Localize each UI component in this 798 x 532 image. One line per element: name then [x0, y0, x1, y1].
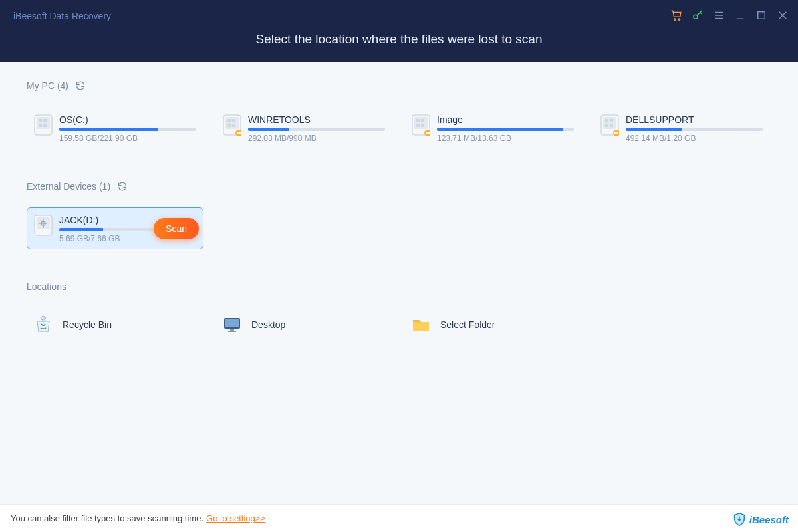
- recycle-icon: [33, 315, 53, 334]
- drive-usage-bar: [626, 128, 763, 131]
- footer-text: You can alse filter file types to save s…: [11, 513, 203, 523]
- svg-rect-20: [227, 124, 231, 127]
- refresh-my-pc-button[interactable]: [75, 80, 86, 91]
- svg-rect-29: [421, 124, 424, 127]
- cart-icon[interactable]: [670, 9, 682, 21]
- drive-card[interactable]: DELLSUPPORT 492.14 MB/1.20 GB: [593, 107, 770, 149]
- location-label: Select Folder: [440, 319, 495, 330]
- drive-body: OS(C:) 159.58 GB/221.90 GB: [59, 114, 196, 143]
- drive-size: 492.14 MB/1.20 GB: [626, 134, 763, 143]
- svg-rect-34: [605, 119, 608, 122]
- drive-card[interactable]: Image 123.71 MB/13.63 GB: [404, 107, 581, 149]
- minimize-icon[interactable]: [734, 9, 746, 21]
- svg-rect-18: [227, 119, 231, 122]
- svg-rect-47: [230, 329, 234, 331]
- hdd-icon: [412, 114, 430, 136]
- drive-name: Image: [437, 114, 574, 125]
- svg-rect-14: [39, 124, 42, 127]
- svg-rect-17: [225, 117, 239, 129]
- brand-logo: iBeesoft: [732, 512, 789, 527]
- maximize-icon[interactable]: [755, 9, 767, 21]
- drive-name: DELLSUPPORT: [626, 114, 763, 125]
- location-label: Desktop: [251, 319, 285, 330]
- hdd-icon: [600, 114, 619, 136]
- pc-drive-grid: OS(C:) 159.58 GB/221.90 GB WINRETOOLS 29…: [27, 107, 771, 149]
- svg-rect-26: [416, 119, 420, 122]
- svg-point-0: [674, 19, 676, 20]
- svg-rect-25: [414, 117, 428, 129]
- section-my-pc-header: My PC (4): [27, 80, 771, 91]
- section-locations-label: Locations: [27, 281, 66, 292]
- section-external-header: External Devices (1): [27, 181, 771, 192]
- svg-rect-27: [421, 119, 424, 122]
- app-title: iBeesoft Data Recovery: [13, 11, 111, 21]
- page-heading: Select the location where the files were…: [0, 0, 798, 47]
- drive-card[interactable]: WINRETOOLS 292.03 MB/990 MB: [215, 107, 392, 149]
- svg-rect-48: [228, 331, 236, 332]
- svg-rect-11: [37, 117, 50, 129]
- drive-card[interactable]: OS(C:) 159.58 GB/221.90 GB: [27, 107, 203, 149]
- svg-point-1: [678, 19, 680, 20]
- svg-rect-46: [225, 319, 239, 327]
- usb-drive-icon: [34, 215, 53, 236]
- drive-usage-bar: [248, 128, 385, 131]
- brand-text: iBeesoft: [749, 514, 789, 525]
- svg-rect-37: [610, 124, 613, 127]
- drive-size: 159.58 GB/221.90 GB: [59, 134, 196, 143]
- location-card[interactable]: Desktop: [215, 308, 392, 341]
- key-icon[interactable]: [692, 9, 704, 21]
- drive-size: 123.71 MB/13.63 GB: [437, 134, 574, 143]
- drive-name: WINRETOOLS: [248, 114, 385, 125]
- locations-grid: Recycle Bin Desktop Select Folder: [27, 308, 771, 341]
- svg-rect-36: [605, 124, 608, 127]
- drive-name: OS(C:): [59, 114, 196, 125]
- footer-bar: You can alse filter file types to save s…: [0, 504, 798, 532]
- close-icon[interactable]: [777, 9, 789, 21]
- drive-body: WINRETOOLS 292.03 MB/990 MB: [248, 114, 385, 143]
- svg-rect-13: [43, 119, 47, 122]
- refresh-external-button[interactable]: [117, 181, 128, 192]
- hdd-icon: [34, 114, 53, 136]
- location-label: Recycle Bin: [63, 319, 112, 330]
- window-controls: [670, 9, 789, 21]
- drive-body: DELLSUPPORT 492.14 MB/1.20 GB: [626, 114, 763, 143]
- svg-rect-28: [416, 124, 420, 127]
- hdd-icon: [223, 114, 241, 136]
- section-external-label: External Devices (1): [27, 181, 110, 192]
- drive-card[interactable]: JACK(D:) 5.69 GB/7.66 GB Scan: [27, 207, 203, 249]
- drive-usage-bar: [59, 128, 196, 131]
- menu-icon[interactable]: [713, 9, 725, 21]
- svg-rect-7: [758, 12, 765, 19]
- svg-rect-12: [39, 119, 42, 122]
- svg-rect-19: [232, 119, 235, 122]
- svg-rect-35: [610, 119, 613, 122]
- drive-size: 292.03 MB/990 MB: [248, 134, 385, 143]
- location-card[interactable]: Recycle Bin: [27, 308, 203, 341]
- svg-rect-21: [232, 124, 235, 127]
- section-my-pc-label: My PC (4): [27, 80, 68, 91]
- folder-icon: [411, 315, 431, 334]
- external-drive-grid: JACK(D:) 5.69 GB/7.66 GB Scan: [27, 207, 771, 249]
- svg-rect-33: [603, 117, 616, 129]
- drive-body: Image 123.71 MB/13.63 GB: [437, 114, 574, 143]
- svg-rect-15: [43, 124, 47, 127]
- go-to-setting-link[interactable]: Go to setting>>: [206, 513, 265, 523]
- drive-usage-bar: [437, 128, 574, 131]
- scan-button[interactable]: Scan: [154, 218, 199, 239]
- app-header: iBeesoft Data Recovery Select the locati…: [0, 0, 798, 62]
- location-card[interactable]: Select Folder: [404, 308, 581, 341]
- section-locations-header: Locations: [27, 281, 771, 292]
- main-content: My PC (4) OS(C:) 159.58 GB/221.90 GB WIN…: [0, 62, 798, 341]
- desktop-icon: [222, 315, 242, 334]
